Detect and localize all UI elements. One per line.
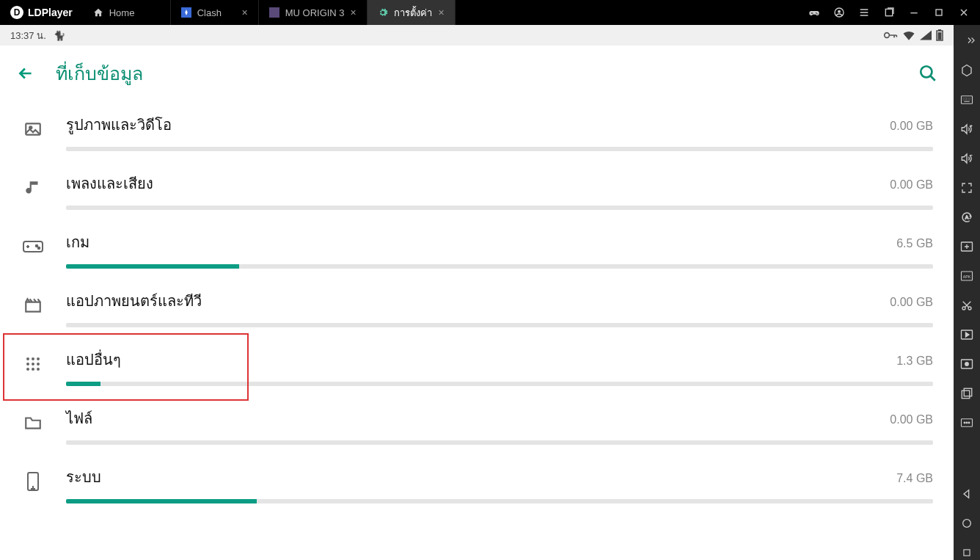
storage-size: 1.3 GB — [896, 354, 933, 368]
svg-rect-43 — [964, 550, 970, 556]
settings-appbar: ที่เก็บข้อมูล — [0, 46, 954, 101]
svg-point-20 — [32, 363, 34, 366]
account-icon[interactable] — [833, 7, 845, 18]
play-icon[interactable] — [959, 327, 974, 342]
storage-size: 0.00 GB — [890, 178, 933, 192]
storage-label: ไฟล์ — [66, 407, 92, 430]
apk-icon[interactable]: APK — [959, 269, 974, 283]
storage-label: เพลงและเสียง — [66, 172, 153, 195]
storage-list: รูปภาพและวิดีโอ 0.00 GB เพลงและเสียง 0.0… — [0, 101, 954, 560]
multi-icon[interactable] — [959, 386, 974, 401]
image-icon — [21, 113, 45, 145]
svg-point-6 — [885, 33, 890, 38]
svg-point-16 — [26, 357, 29, 360]
mu-icon — [269, 7, 279, 18]
storage-row-music[interactable]: เพลงและเสียง 0.00 GB — [0, 160, 954, 219]
svg-text:A: A — [965, 215, 968, 219]
svg-rect-37 — [964, 388, 972, 396]
square-icon[interactable] — [959, 545, 974, 560]
ldplayer-logo-icon: D — [10, 6, 23, 19]
keyboard-icon[interactable] — [959, 92, 974, 107]
storage-row-apps[interactable]: แอปอื่นๆ 1.3 GB — [0, 336, 954, 395]
close-tab-icon[interactable]: × — [242, 7, 248, 18]
wifi-icon — [902, 30, 915, 40]
tab-clash[interactable]: Clash× — [171, 0, 259, 25]
svg-point-22 — [26, 368, 29, 371]
maximize-icon[interactable] — [933, 7, 945, 18]
svg-point-17 — [32, 357, 34, 360]
window-controls — [798, 7, 980, 18]
back-tri-icon[interactable] — [959, 487, 974, 501]
svg-point-24 — [37, 368, 40, 371]
storage-row-movie[interactable]: แอปภาพยนตร์และทีวี 0.00 GB — [0, 277, 954, 336]
storage-size: 0.00 GB — [890, 120, 933, 133]
storage-size: 0.00 GB — [890, 296, 933, 309]
svg-point-3 — [838, 10, 841, 13]
storage-label: แอปอื่นๆ — [66, 348, 121, 371]
svg-point-23 — [32, 368, 34, 371]
hex-icon[interactable] — [959, 63, 974, 78]
app-name: LDPlayer — [28, 7, 73, 18]
vol-down-icon[interactable] — [959, 151, 974, 166]
fullscreen-icon[interactable] — [959, 181, 974, 195]
minimize-icon[interactable] — [908, 7, 920, 18]
menu-icon[interactable] — [858, 7, 870, 18]
svg-point-35 — [965, 363, 969, 366]
svg-rect-4 — [885, 9, 892, 15]
signal-icon — [920, 30, 932, 40]
storage-label: แอปภาพยนตร์และทีวี — [66, 289, 202, 313]
svg-point-10 — [921, 66, 932, 77]
storage-bar — [66, 382, 933, 386]
gear-icon — [378, 7, 388, 18]
close-icon[interactable] — [958, 7, 970, 18]
vol-up-icon[interactable] — [959, 122, 974, 137]
storage-row-gamepad[interactable]: เกม 6.5 GB — [0, 219, 954, 277]
storage-row-image[interactable]: รูปภาพและวิดีโอ 0.00 GB — [0, 101, 954, 160]
storage-size: 7.4 GB — [896, 472, 933, 485]
android-statusbar: 13:37 น. 🐈 — [0, 25, 954, 46]
cut-icon[interactable] — [959, 298, 974, 313]
storage-label: รูปภาพและวิดีโอ — [66, 113, 172, 137]
collapse-toolbar-icon[interactable] — [965, 32, 980, 48]
storage-bar — [66, 264, 933, 269]
folder-icon — [21, 407, 45, 439]
movie-icon — [21, 289, 45, 321]
home-icon — [93, 7, 103, 18]
circle-icon[interactable] — [959, 516, 974, 531]
storage-bar — [66, 206, 933, 210]
svg-rect-5 — [936, 10, 942, 15]
search-button[interactable] — [918, 64, 937, 83]
storage-row-folder[interactable]: ไฟล์ 0.00 GB — [0, 395, 954, 454]
close-tab-icon[interactable]: × — [439, 7, 445, 18]
svg-point-42 — [963, 520, 971, 528]
rec-icon[interactable] — [959, 357, 974, 371]
system-icon — [21, 465, 45, 498]
emulator-toolbar: AAPK — [954, 25, 980, 560]
storage-label: เกม — [66, 230, 89, 254]
svg-point-14 — [36, 245, 38, 247]
gamepad-icon — [21, 230, 45, 263]
add-icon[interactable] — [959, 239, 974, 254]
svg-rect-1 — [269, 7, 279, 18]
sync-icon[interactable]: A — [959, 210, 974, 225]
music-icon — [21, 172, 45, 204]
vpn-key-icon — [883, 30, 898, 40]
storage-bar — [66, 440, 933, 445]
more-icon[interactable] — [959, 415, 974, 430]
tab-home[interactable]: Home — [83, 0, 171, 25]
storage-row-system[interactable]: ระบบ 7.4 GB — [0, 454, 954, 512]
popout-icon[interactable] — [883, 7, 895, 18]
svg-rect-9 — [938, 32, 942, 40]
storage-bar — [66, 147, 933, 151]
gamepad-icon[interactable] — [808, 7, 820, 18]
tab-การตั้งค่า[interactable]: การตั้งค่า× — [368, 0, 456, 25]
app-logo: D LDPlayer — [0, 6, 83, 19]
close-tab-icon[interactable]: × — [351, 7, 356, 18]
storage-bar — [66, 499, 933, 503]
tab-mu-origin-3[interactable]: MU ORIGIN 3× — [259, 0, 368, 25]
window-titlebar: D LDPlayer HomeClash×MU ORIGIN 3×การตั้ง… — [0, 0, 980, 25]
back-button[interactable] — [16, 64, 35, 83]
status-time: 13:37 น. — [10, 28, 46, 43]
tab-strip: HomeClash×MU ORIGIN 3×การตั้งค่า× — [83, 0, 456, 25]
svg-text:APK: APK — [963, 274, 971, 279]
